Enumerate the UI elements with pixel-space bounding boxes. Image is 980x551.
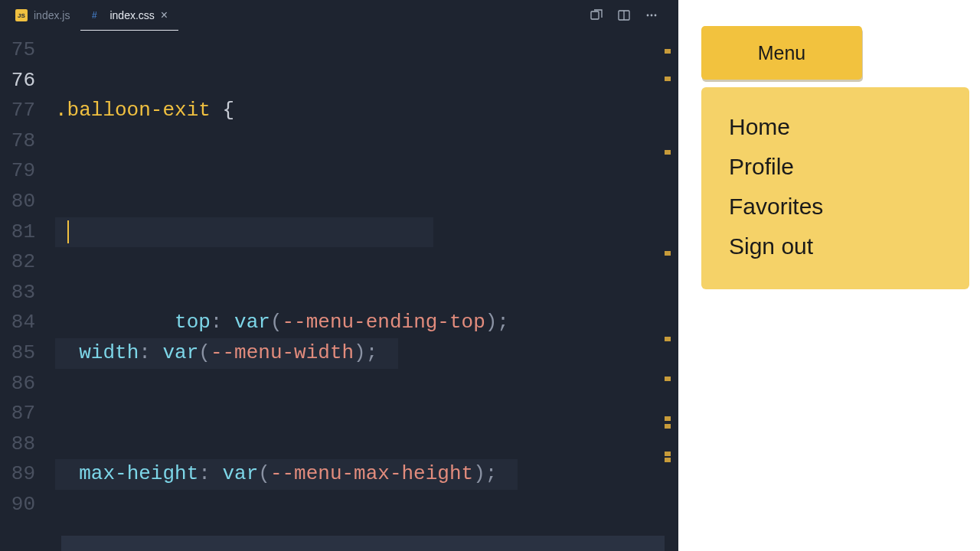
menu-item-signout[interactable]: Sign out [729,227,942,266]
line-number: 89 [0,459,35,490]
svg-text:#: # [92,10,97,21]
menu-item-profile[interactable]: Profile [729,147,942,187]
svg-point-4 [647,15,649,17]
line-number: 88 [0,429,35,460]
tab-label: index.css [109,9,154,21]
minimap[interactable] [660,31,674,536]
line-number: 78 [0,126,35,157]
line-number: 87 [0,399,35,429]
editor-toolbar [590,8,669,22]
menu-toggle-button[interactable]: Menu [701,26,862,80]
code-line[interactable]: width: var(--menu-width); [55,338,674,369]
code-lines[interactable]: .balloon-exit { top: var(--menu-ending-t… [55,35,674,551]
close-icon[interactable]: × [161,8,168,22]
compare-changes-icon[interactable] [590,8,603,22]
line-number: 81 [0,217,35,248]
tab-index-css[interactable]: # index.css × [80,0,178,31]
line-number: 90 [0,490,35,520]
svg-rect-1 [591,11,599,19]
menu-item-home[interactable]: Home [729,107,942,147]
js-file-icon: JS [15,9,28,21]
line-number: 83 [0,278,35,308]
editor-panel: JS index.js # index.css × 75 76 77 [0,0,674,551]
code-line[interactable]: .balloon-exit { [55,96,674,126]
code-line[interactable]: max-height: var(--menu-max-height); [55,459,674,490]
line-number: 77 [0,96,35,126]
split-editor-icon[interactable] [617,8,631,22]
horizontal-scrollbar[interactable] [61,536,665,551]
code-line[interactable]: top: var(--menu-ending-top); [55,217,674,248]
svg-point-5 [651,15,653,17]
menu-dropdown: Home Profile Favorites Sign out [701,87,969,289]
tab-index-js[interactable]: JS index.js [5,0,80,31]
line-number: 79 [0,156,35,187]
line-number: 84 [0,308,35,338]
line-number: 86 [0,369,35,399]
line-number: 75 [0,35,35,66]
line-number: 80 [0,187,35,217]
line-number: 85 [0,338,35,369]
menu-item-favorites[interactable]: Favorites [729,187,942,227]
code-area[interactable]: 75 76 77 78 79 80 81 82 83 84 85 86 87 8… [0,31,674,551]
line-gutter: 75 76 77 78 79 80 81 82 83 84 85 86 87 8… [0,35,55,551]
tab-bar: JS index.js # index.css × [0,0,674,31]
text-cursor [67,220,69,243]
preview-panel: Menu Home Profile Favorites Sign out [674,0,980,551]
svg-point-6 [655,15,657,17]
line-number: 76 [0,66,35,96]
tab-label: index.js [34,9,70,21]
line-number: 82 [0,247,35,278]
css-file-icon: # [91,9,103,21]
more-actions-icon[interactable] [645,8,658,22]
